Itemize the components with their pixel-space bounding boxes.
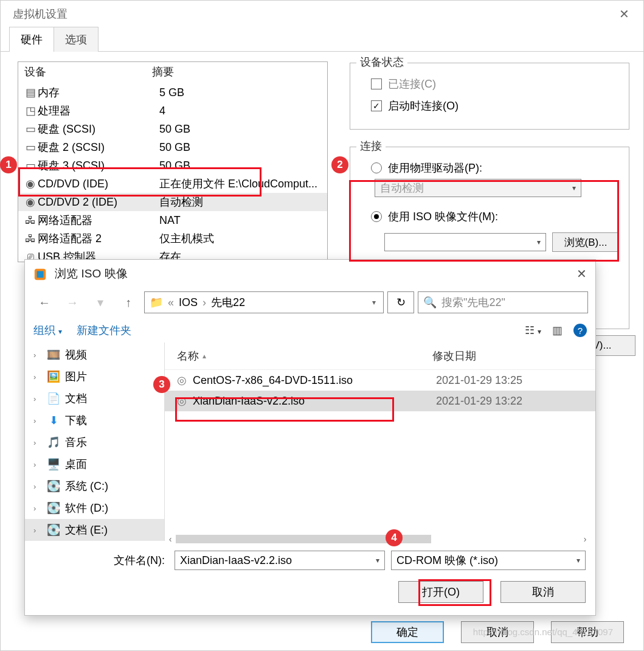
tree-item-drive-e[interactable]: ›💽文档 (E:) (25, 519, 164, 541)
file-name-label: 文件名(N): (35, 553, 168, 568)
scroll-left-icon[interactable]: ‹ (165, 534, 176, 544)
radio-physical-drive[interactable]: 使用物理驱动器(P): (360, 157, 619, 179)
scroll-right-icon[interactable]: › (580, 534, 590, 544)
file-type-filter[interactable]: CD-ROM 映像 (*.iso) ▾ (391, 551, 586, 570)
file-dialog-titlebar: 浏览 ISO 映像 ✕ (25, 260, 595, 288)
device-row-hdd2[interactable]: ▭硬盘 2 (SCSI)50 GB (18, 138, 327, 156)
drive-icon: 💽 (47, 501, 60, 515)
tree-item-documents[interactable]: ›📄文档 (25, 388, 164, 409)
device-row-net2[interactable]: 🖧网络适配器 2仅主机模式 (18, 229, 327, 248)
vm-tabs: 硬件 选项 (1, 27, 643, 52)
close-icon[interactable]: ✕ (612, 7, 636, 21)
tree-item-videos[interactable]: ›🎞️视频 (25, 344, 164, 366)
radio-label: 使用 ISO 映像文件(M): (388, 209, 498, 224)
path-segment[interactable]: 先电22 (211, 295, 245, 310)
tree-item-drive-d[interactable]: ›💽软件 (D:) (25, 497, 164, 519)
tree-item-downloads[interactable]: ›⬇下载 (25, 409, 164, 431)
iso-file-icon: ◎ (177, 374, 193, 387)
help-button[interactable]: 帮助 (551, 621, 624, 643)
device-label: 硬盘 (SCSI) (38, 122, 159, 136)
network-icon: 🖧 (23, 214, 38, 226)
device-label: 网络适配器 2 (38, 231, 159, 246)
refresh-icon[interactable]: ↻ (387, 291, 414, 313)
file-dialog-bottom: 文件名(N): XianDian-IaaS-v2.2.iso ▾ CD-ROM … (25, 545, 595, 615)
tree-item-music[interactable]: ›🎵音乐 (25, 431, 164, 453)
physical-drive-combo[interactable]: 自动检测 ▾ (375, 179, 581, 197)
step-badge-4: 4 (386, 529, 403, 546)
checkbox-icon: ✓ (371, 100, 382, 111)
device-summary: 5 GB (159, 86, 327, 99)
device-summary: 50 GB (159, 159, 327, 172)
device-row-memory[interactable]: ▤内存5 GB (18, 83, 327, 102)
device-row-net1[interactable]: 🖧网络适配器NAT (18, 211, 327, 229)
file-date: 2021-01-29 13:25 (436, 374, 522, 387)
checkbox-label: 启动时连接(O) (388, 99, 459, 113)
horizontal-scrollbar[interactable]: ‹ › (165, 535, 590, 543)
search-input[interactable]: 🔍 搜索"先电22" (418, 291, 588, 313)
chevron-down-icon: ▾ (537, 238, 541, 246)
file-name-field[interactable]: XianDian-IaaS-v2.2.iso ▾ (175, 551, 385, 570)
nav-history-icon[interactable]: ▾ (88, 291, 113, 313)
cancel-button[interactable]: 取消 (461, 621, 534, 643)
tab-hardware[interactable]: 硬件 (9, 27, 54, 52)
close-icon[interactable]: ✕ (576, 266, 587, 281)
chevron-right-icon: › (33, 350, 42, 360)
path-segment[interactable]: IOS (179, 296, 198, 309)
browse-button[interactable]: 浏览(B)... (552, 232, 619, 252)
nav-back-icon[interactable]: ← (32, 291, 57, 313)
radio-use-iso[interactable]: 使用 ISO 映像文件(M): (360, 206, 619, 228)
file-dialog-nav: ← → ▾ ↑ 📁 « IOS › 先电22 ▾ ↻ 🔍 搜索"先电22" (25, 288, 595, 319)
step-badge-3: 3 (153, 376, 170, 393)
tree-label: 文档 (65, 391, 87, 406)
search-icon: 🔍 (423, 296, 437, 309)
checkbox-connect-at-poweron[interactable]: ✓ 启动时连接(O) (360, 95, 619, 117)
checkbox-connected[interactable]: 已连接(C) (360, 73, 619, 95)
ok-button[interactable]: 确定 (371, 621, 444, 643)
drive-icon: 💽 (47, 523, 60, 537)
address-bar[interactable]: 📁 « IOS › 先电22 ▾ (144, 291, 384, 313)
file-open-dialog: 浏览 ISO 映像 ✕ ← → ▾ ↑ 📁 « IOS › 先电22 ▾ ↻ 🔍… (24, 259, 596, 616)
combo-value: 自动检测 (380, 181, 424, 195)
cancel-button[interactable]: 取消 (500, 581, 586, 603)
new-folder-button[interactable]: 新建文件夹 (77, 323, 131, 338)
view-list-icon[interactable]: ☷ ▾ (525, 324, 541, 337)
device-label: 硬盘 2 (SCSI) (38, 140, 159, 155)
cd-icon: ◉ (23, 178, 38, 190)
device-row-cpu[interactable]: ◳处理器4 (18, 102, 327, 120)
vm-titlebar: 虚拟机设置 ✕ (1, 1, 643, 27)
folder-tree[interactable]: ›🎞️视频 ›🖼️图片 ›📄文档 ›⬇下载 ›🎵音乐 ›🖥️桌面 ›💽系统 (C… (25, 343, 165, 541)
nav-forward-icon[interactable]: → (60, 291, 85, 313)
chevron-down-icon: ▾ (372, 298, 378, 307)
iso-path-combo[interactable]: ▾ (384, 233, 546, 251)
iso-file-icon: ◎ (177, 394, 193, 408)
device-label: 硬盘 3 (SCSI) (38, 158, 159, 173)
disk-icon: ▭ (23, 123, 38, 135)
device-summary: 仅主机模式 (159, 231, 327, 246)
file-dialog-main: ›🎞️视频 ›🖼️图片 ›📄文档 ›⬇下载 ›🎵音乐 ›🖥️桌面 ›💽系统 (C… (25, 343, 595, 541)
device-row-hdd3[interactable]: ▭硬盘 3 (SCSI)50 GB (18, 156, 327, 175)
file-name: XianDian-IaaS-v2.2.iso (193, 395, 436, 408)
nav-up-icon[interactable]: ↑ (116, 291, 140, 313)
file-list-header: 名称▴ 修改日期 (165, 343, 595, 370)
vm-dialog-buttons: 确定 取消 帮助 (1, 621, 643, 643)
tab-options[interactable]: 选项 (54, 27, 99, 52)
file-row[interactable]: ◎ CentOS-7-x86_64-DVD-1511.iso 2021-01-2… (165, 370, 595, 391)
file-row[interactable]: ◎ XianDian-IaaS-v2.2.iso 2021-01-29 13:2… (165, 391, 595, 411)
tree-item-drive-c[interactable]: ›💽系统 (C:) (25, 475, 164, 497)
filter-value: CD-ROM 映像 (*.iso) (396, 553, 498, 568)
device-row-cd1[interactable]: ◉CD/DVD (IDE)正在使用文件 E:\CloudComput... (18, 175, 327, 193)
col-name[interactable]: 名称▴ (177, 349, 432, 363)
organize-menu[interactable]: 组织 ▾ (33, 323, 62, 338)
tree-item-desktop[interactable]: ›🖥️桌面 (25, 453, 164, 475)
radio-icon (371, 162, 382, 173)
device-row-hdd1[interactable]: ▭硬盘 (SCSI)50 GB (18, 120, 327, 138)
preview-pane-icon[interactable]: ▥ (552, 324, 563, 337)
help-icon[interactable]: ? (573, 324, 587, 337)
device-row-cd2[interactable]: ◉CD/DVD 2 (IDE)自动检测 (18, 193, 327, 211)
radio-label: 使用物理驱动器(P): (388, 161, 482, 175)
open-button[interactable]: 打开(O) (398, 581, 483, 603)
tree-item-pictures[interactable]: ›🖼️图片 (25, 366, 164, 388)
device-list-header: 设备 摘要 (18, 62, 327, 83)
col-date[interactable]: 修改日期 (432, 349, 476, 363)
device-list: 设备 摘要 ▤内存5 GB ◳处理器4 ▭硬盘 (SCSI)50 GB ▭硬盘 … (18, 61, 328, 262)
